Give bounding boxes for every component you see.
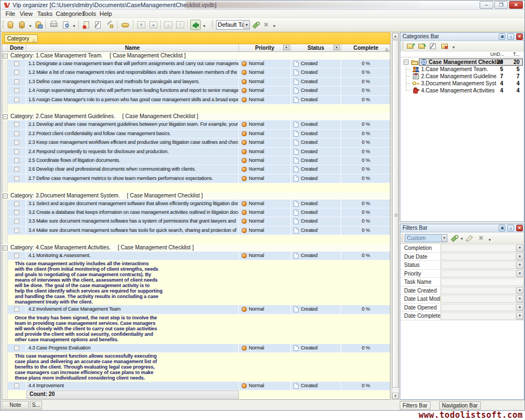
new-database-icon[interactable] — [5, 20, 16, 30]
task-name-cell[interactable]: 3.1 Select and acquire document manageme… — [26, 200, 239, 208]
filter-row-date-completed[interactable]: Date Completed ▼ — [400, 312, 524, 320]
move-to-bottom-icon[interactable]: ⤓ — [163, 20, 173, 30]
auto-hide-pin-icon[interactable]: ⤓ — [508, 225, 514, 231]
task-tools-icon[interactable] — [104, 20, 115, 30]
task-complete-cell[interactable]: 0 % — [341, 96, 390, 104]
tree-item-case-management-team[interactable]: 1.Case Management Team. 5 5 — [400, 66, 524, 73]
column-header-priority[interactable]: Priority ▼ — [239, 44, 291, 51]
task-status-cell[interactable]: Created — [291, 60, 341, 68]
task-complete-cell[interactable]: 0 % — [341, 156, 390, 165]
task-priority-cell[interactable]: Normal — [239, 217, 291, 226]
group-by-bar[interactable]: Category △ — [2, 32, 390, 44]
tree-item-case-management-activities[interactable]: 4.Case Management Activities 4 4 — [400, 87, 524, 94]
close-panel-icon[interactable]: ✕ — [516, 33, 523, 40]
collapse-icon[interactable]: − — [404, 60, 409, 65]
task-status-cell[interactable]: Created — [291, 208, 341, 217]
filter-row-date-opened[interactable]: Date Opened ▼ — [400, 304, 524, 312]
task-priority-cell[interactable]: Normal — [239, 78, 291, 86]
toolbar-grip[interactable] — [402, 42, 404, 50]
clear-filter-icon[interactable]: ✖ — [477, 234, 487, 244]
table-row[interactable]: 4.1 Monitoring & Assessment. Normal Crea… — [2, 252, 390, 260]
task-name-cell[interactable]: 3.4 Make sure document management softwa… — [26, 226, 239, 235]
task-status-cell[interactable]: Created — [291, 138, 341, 147]
task-status-cell[interactable]: Created — [291, 252, 341, 260]
chevron-down-icon[interactable]: ▼ — [516, 244, 523, 252]
print-dropdown-icon[interactable]: ▼ — [72, 24, 76, 28]
task-priority-cell[interactable]: Normal — [239, 200, 291, 208]
task-name-cell[interactable]: 4.2 Involvement of Case Management Team — [26, 305, 239, 314]
delete-category-icon[interactable]: ✖ — [440, 42, 451, 52]
task-done-cell[interactable] — [8, 96, 26, 104]
group-by-chip-category[interactable]: Category △ — [4, 34, 38, 43]
print-icon[interactable] — [49, 20, 59, 30]
tab-note[interactable]: Note — [2, 401, 29, 410]
task-name-cell[interactable]: 2.5 Coordinate flows of litigation docum… — [26, 156, 239, 165]
open-database-icon[interactable] — [17, 20, 27, 30]
table-row[interactable]: 2.2 Protect client confidentiality and f… — [2, 130, 390, 138]
checkbox-icon[interactable] — [14, 70, 19, 75]
task-status-cell[interactable]: Created — [291, 148, 341, 156]
task-name-cell[interactable]: 3.3 Make sure document management softwa… — [26, 217, 239, 226]
task-done-cell[interactable] — [8, 130, 26, 138]
task-name-cell[interactable]: 2.7 Define case management metrics to sh… — [26, 174, 239, 183]
task-name-cell[interactable]: 2.4 Respond competently to requests for … — [26, 148, 239, 156]
checkbox-icon[interactable] — [14, 219, 19, 224]
scroll-up-button[interactable]: ▲ — [392, 33, 399, 39]
task-done-cell[interactable] — [8, 174, 26, 183]
print-preview-icon[interactable] — [61, 20, 71, 30]
task-complete-cell[interactable]: 0 % — [341, 130, 390, 138]
table-row[interactable]: 2.6 Develop clear and professional docum… — [2, 165, 390, 174]
task-status-cell[interactable]: Created — [291, 226, 341, 235]
task-name-cell[interactable]: 3.2 Create a database that keeps informa… — [26, 208, 239, 217]
table-row[interactable]: 3.1 Select and acquire document manageme… — [2, 200, 390, 208]
table-row[interactable]: 1.5 Assign Case Manager's role to a pers… — [2, 96, 390, 104]
toolbar-grip[interactable] — [401, 234, 403, 242]
tab-navigation-bar[interactable]: Navigation Bar — [439, 401, 481, 410]
clear-view-icon[interactable]: ✖ — [261, 20, 272, 30]
apply-view-icon[interactable] — [251, 20, 261, 30]
task-name-cell[interactable]: 1.4 Assign supervising attorneys who wil… — [26, 86, 239, 95]
task-name-cell[interactable]: 2.2 Protect client confidentiality and f… — [26, 130, 239, 138]
table-row[interactable]: 3.2 Create a database that keeps informa… — [2, 208, 390, 217]
task-name-cell[interactable]: 1.1 Designate a case management team tha… — [26, 60, 239, 68]
filter-preset-select[interactable]: Custom ▼ — [405, 234, 447, 242]
filter-row-status[interactable]: Status ▼ — [400, 261, 524, 270]
task-status-cell[interactable]: Created — [291, 382, 341, 390]
table-row[interactable]: 1.4 Assign supervising attorneys who wil… — [2, 86, 390, 95]
task-priority-cell[interactable]: Normal — [239, 305, 291, 314]
task-done-cell[interactable] — [8, 382, 26, 390]
filter-value-input[interactable] — [441, 295, 516, 303]
task-status-cell[interactable]: Created — [291, 165, 341, 174]
task-complete-cell[interactable]: 0 % — [341, 78, 390, 86]
column-header-status[interactable]: Status ▼ — [291, 44, 341, 51]
task-priority-cell[interactable]: Normal — [239, 96, 291, 104]
task-status-cell[interactable]: Created — [291, 305, 341, 314]
task-status-cell[interactable]: Created — [291, 120, 341, 129]
chevron-down-icon[interactable]: ▼ — [441, 235, 447, 242]
task-priority-cell[interactable]: Normal — [239, 208, 291, 217]
task-complete-cell[interactable]: 0 % — [341, 252, 390, 260]
move-down-icon[interactable]: ▼ — [136, 20, 147, 30]
task-complete-cell[interactable]: 0 % — [341, 208, 390, 217]
task-done-cell[interactable] — [8, 200, 26, 208]
task-status-cell[interactable]: Created — [291, 130, 341, 138]
menu-item-help[interactable]: Help — [97, 10, 115, 18]
task-priority-cell[interactable]: Normal — [239, 86, 291, 95]
tree-item-case-management-guidelines[interactable]: 2.Case Management Guideline 7 7 — [400, 73, 524, 80]
task-done-cell[interactable] — [8, 156, 26, 165]
task-complete-cell[interactable]: 0 % — [341, 174, 390, 183]
filter-row-completion[interactable]: Completion ▼ — [400, 244, 524, 253]
chevron-down-icon[interactable]: ▼ — [516, 287, 523, 295]
task-complete-cell[interactable]: 0 % — [341, 138, 390, 147]
task-name-cell[interactable]: 2.3 Keep case management workflows effic… — [26, 138, 239, 147]
menu-item-tools[interactable]: Tools — [79, 10, 99, 18]
task-priority-cell[interactable]: Normal — [239, 120, 291, 129]
move-up-icon[interactable]: ▲ — [148, 20, 159, 30]
column-header-done[interactable]: Done — [8, 44, 26, 51]
table-row[interactable]: 3.4 Make sure document management softwa… — [2, 226, 390, 235]
task-priority-cell[interactable]: Normal — [239, 60, 291, 68]
task-note-row[interactable]: This case management activity includes a… — [2, 260, 390, 305]
checkbox-icon[interactable] — [14, 149, 19, 154]
table-row[interactable]: 3.3 Make sure document management softwa… — [2, 217, 390, 226]
sort-ascending-icon[interactable]: △ — [32, 37, 35, 44]
